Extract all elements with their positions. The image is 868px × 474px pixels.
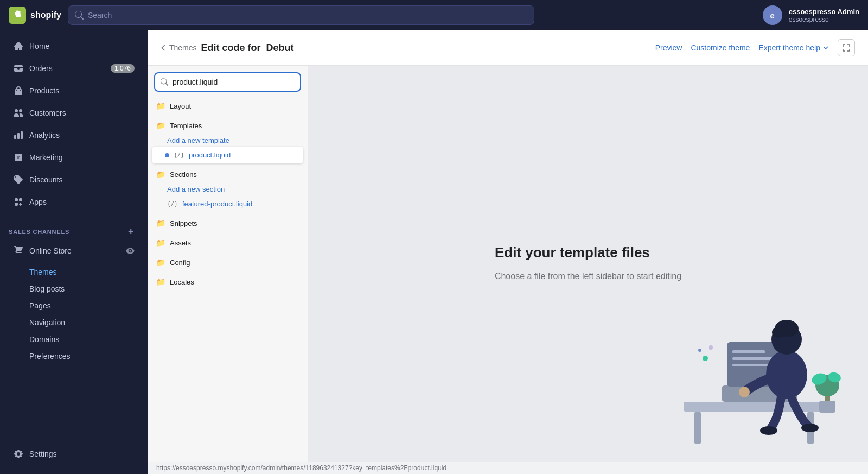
pages-label: Pages (29, 301, 51, 310)
svg-point-23 (709, 345, 713, 350)
sidebar-item-navigation[interactable]: Navigation (4, 314, 143, 331)
settings-icon (13, 448, 24, 459)
config-section: 📁 Config (154, 255, 301, 270)
status-bar: https://essoespresso.myshopify.com/admin… (148, 462, 868, 474)
global-search[interactable] (68, 5, 534, 25)
expert-help-link[interactable]: Expert theme help (758, 43, 829, 52)
folder-icon: 📁 (156, 238, 165, 247)
add-channel-button[interactable]: + (128, 226, 139, 237)
assets-section: 📁 Assets (154, 235, 301, 250)
back-button[interactable]: Themes (161, 43, 197, 52)
analytics-label: Analytics (29, 131, 60, 140)
logo-label: shopify (30, 10, 61, 20)
blog-posts-label: Blog posts (29, 285, 65, 293)
assets-section-header[interactable]: 📁 Assets (154, 235, 301, 250)
sidebar-item-analytics[interactable]: Analytics (4, 124, 143, 146)
user-menu: e essoespresso Admin essoespresso (763, 5, 859, 25)
avatar[interactable]: e (763, 5, 782, 25)
products-label: Products (29, 86, 59, 95)
discounts-icon (13, 174, 24, 185)
settings-label: Settings (29, 450, 57, 458)
locales-section-header[interactable]: 📁 Locales (154, 274, 301, 289)
assets-label: Assets (170, 239, 191, 247)
svg-point-22 (698, 349, 701, 352)
online-store-subnav: Themes Blog posts Pages Navigation Domai… (0, 262, 148, 366)
liquid-icon: {/} (174, 151, 184, 159)
featured-product-liquid-file[interactable]: {/} featured-product.liquid (154, 197, 301, 211)
locales-label: Locales (170, 278, 194, 286)
user-info: essoespresso Admin essoespresso (789, 8, 859, 23)
sidebar-item-discounts[interactable]: Discounts (4, 169, 143, 191)
file-panel: product.liquid 📁 Layout 📁 Templates (148, 66, 308, 462)
header-actions: Preview Customize theme Expert theme hel… (655, 39, 855, 56)
sections-section-header[interactable]: 📁 Sections (154, 167, 301, 182)
liquid-icon: {/} (167, 200, 178, 207)
add-section-link[interactable]: Add a new section (154, 182, 301, 197)
sidebar-item-blog-posts[interactable]: Blog posts (4, 281, 143, 297)
chevron-left-icon (161, 45, 167, 51)
product-liquid-label: product.liquid (189, 151, 231, 159)
folder-icon: 📁 (156, 121, 165, 130)
main-layout: Home Orders 1,076 Products (0, 30, 868, 474)
analytics-icon (13, 130, 24, 141)
status-url: https://essoespresso.myshopify.com/admin… (156, 464, 446, 472)
expand-button[interactable] (838, 39, 855, 56)
sidebar-item-preferences[interactable]: Preferences (4, 348, 143, 364)
search-input[interactable] (88, 11, 527, 20)
illustration (640, 233, 868, 462)
online-store-icon (13, 245, 24, 256)
active-file-dot (165, 153, 169, 157)
folder-icon: 📁 (156, 219, 165, 227)
expert-help-label: Expert theme help (758, 43, 820, 52)
svg-point-14 (760, 426, 777, 435)
layout-section-header[interactable]: 📁 Layout (154, 98, 301, 113)
top-navigation: shopify e essoespresso Admin essoespress… (0, 0, 868, 30)
add-section-label: Add a new section (167, 185, 225, 193)
user-name: essoespresso Admin (789, 8, 859, 16)
product-liquid-file[interactable]: {/} product.liquid (152, 147, 303, 163)
sidebar-item-customers[interactable]: Customers (4, 102, 143, 124)
shopify-logo[interactable]: shopify (9, 7, 61, 24)
folder-icon: 📁 (156, 170, 165, 179)
sidebar-nav: Home Orders 1,076 Products (0, 30, 148, 218)
user-sub: essoespresso (789, 16, 859, 23)
sales-channels-section: SALES CHANNELS + (0, 218, 148, 239)
editor-area: product.liquid 📁 Layout 📁 Templates (148, 66, 868, 462)
add-template-label: Add a new template (167, 136, 229, 144)
svg-point-13 (739, 387, 750, 397)
snippets-label: Snippets (170, 219, 197, 227)
title-prefix: Edit code for (201, 42, 261, 53)
preferences-label: Preferences (29, 352, 70, 361)
sidebar-item-pages[interactable]: Pages (4, 298, 143, 314)
add-template-link[interactable]: Add a new template (154, 133, 301, 148)
discounts-label: Discounts (29, 175, 62, 184)
snippets-section-header[interactable]: 📁 Snippets (154, 216, 301, 231)
sidebar-item-themes[interactable]: Themes (4, 264, 143, 280)
orders-badge: 1,076 (111, 64, 135, 73)
sidebar-item-settings[interactable]: Settings (4, 443, 143, 465)
templates-section-header[interactable]: 📁 Templates (154, 118, 301, 133)
sidebar-item-apps[interactable]: Apps (4, 191, 143, 213)
sidebar-item-domains[interactable]: Domains (4, 331, 143, 347)
svg-point-12 (772, 327, 785, 338)
file-search-input[interactable]: product.liquid (173, 78, 295, 86)
folder-icon: 📁 (156, 277, 165, 286)
templates-section: 📁 Templates Add a new template {/} produ… (154, 118, 301, 162)
eye-icon (126, 247, 135, 255)
sidebar-item-online-store[interactable]: Online Store (4, 240, 143, 262)
preview-link[interactable]: Preview (655, 43, 682, 52)
file-search-bar[interactable]: product.liquid (154, 72, 301, 92)
svg-rect-2 (694, 412, 701, 444)
config-section-header[interactable]: 📁 Config (154, 255, 301, 270)
sidebar-item-products[interactable]: Products (4, 80, 143, 102)
customize-theme-link[interactable]: Customize theme (691, 43, 750, 52)
editor-main: Edit your template files Choose a file f… (308, 66, 868, 462)
home-label: Home (29, 42, 49, 50)
config-label: Config (170, 258, 190, 267)
sidebar-item-home[interactable]: Home (4, 35, 143, 57)
page-title: Edit code for Debut (201, 42, 294, 54)
sidebar-item-orders[interactable]: Orders 1,076 (4, 58, 143, 79)
marketing-icon (13, 152, 24, 163)
theme-name: Debut (266, 42, 294, 53)
sidebar-item-marketing[interactable]: Marketing (4, 147, 143, 168)
